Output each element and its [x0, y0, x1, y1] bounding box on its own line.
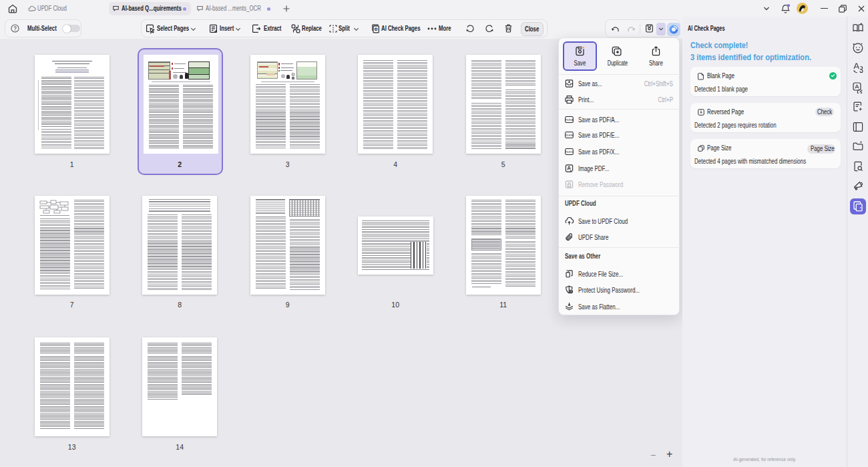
svg-text:PDF/A: PDF/A	[565, 118, 574, 122]
svg-text:PDF/X: PDF/X	[565, 150, 574, 154]
svg-text:PDF/E: PDF/E	[565, 134, 574, 137]
